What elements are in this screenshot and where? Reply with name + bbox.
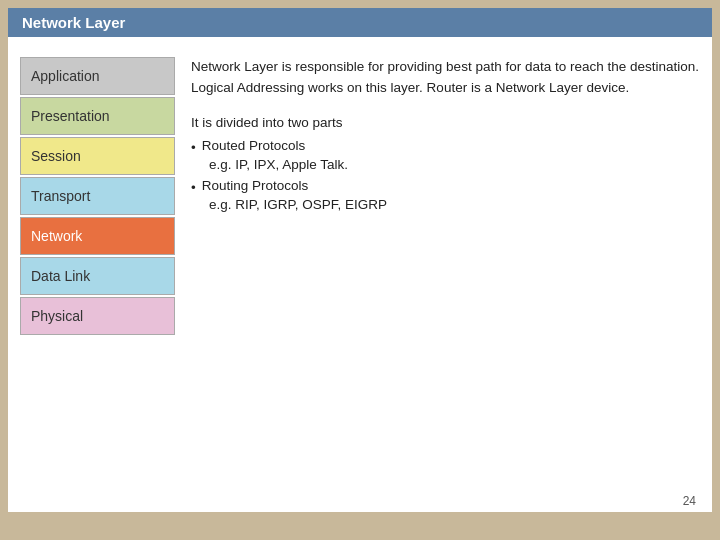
layer-physical: Physical <box>20 297 175 335</box>
layer-presentation: Presentation <box>20 97 175 135</box>
routing-protocols-example: e.g. RIP, IGRP, OSPF, EIGRP <box>191 197 700 212</box>
bullet-icon: • <box>191 180 196 195</box>
routed-protocols-label: Routed Protocols <box>202 138 306 153</box>
description-text: Network Layer is responsible for providi… <box>191 59 699 95</box>
layer-application: Application <box>20 57 175 95</box>
page-number: 24 <box>683 494 696 508</box>
routing-protocols-row: • Routing Protocols <box>191 178 700 195</box>
routed-protocols-row: • Routed Protocols <box>191 138 700 155</box>
list-item: • Routing Protocols e.g. RIP, IGRP, OSPF… <box>191 178 700 212</box>
description-block: Network Layer is responsible for providi… <box>191 57 700 99</box>
layer-session: Session <box>20 137 175 175</box>
page-title: Network Layer <box>22 14 125 31</box>
title-bar: Network Layer <box>8 8 712 37</box>
white-content-area: Network Layer Application Presentation S… <box>8 8 712 512</box>
list-item: • Routed Protocols e.g. IP, IPX, Apple T… <box>191 138 700 172</box>
right-panel: Network Layer is responsible for providi… <box>191 53 700 335</box>
routed-protocols-example: e.g. IP, IPX, Apple Talk. <box>191 157 700 172</box>
routing-protocols-label: Routing Protocols <box>202 178 309 193</box>
layer-transport: Transport <box>20 177 175 215</box>
page-background: Network Layer Application Presentation S… <box>0 0 720 540</box>
osi-stack: Application Presentation Session Transpo… <box>20 57 175 335</box>
content-area: Application Presentation Session Transpo… <box>8 37 712 351</box>
layer-datalink: Data Link <box>20 257 175 295</box>
bullet-icon: • <box>191 140 196 155</box>
divided-intro: It is divided into two parts <box>191 115 700 130</box>
layer-network: Network <box>20 217 175 255</box>
protocol-list: • Routed Protocols e.g. IP, IPX, Apple T… <box>191 138 700 212</box>
protocols-section: It is divided into two parts • Routed Pr… <box>191 115 700 218</box>
